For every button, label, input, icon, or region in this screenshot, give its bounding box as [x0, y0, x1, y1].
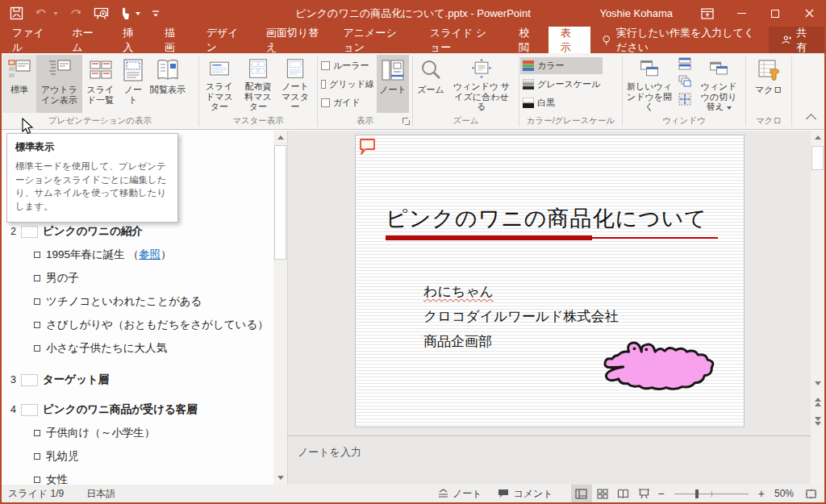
notes-master-button[interactable]: ノートマスター: [277, 55, 313, 113]
new-window-button[interactable]: 新しいウィンドウを開く: [624, 55, 675, 113]
reading-view-button[interactable]: 閲覧表示: [148, 55, 188, 113]
comments-toggle[interactable]: コメント: [490, 485, 561, 502]
next-slide-icon[interactable]: [811, 414, 824, 428]
slide-sorter-button[interactable]: スライド一覧: [82, 55, 119, 113]
scroll-up-icon[interactable]: [811, 131, 824, 144]
outline-bullet[interactable]: 乳幼児: [2, 449, 273, 464]
outline-bullet[interactable]: 1995年春に誕生 （参照）: [2, 248, 273, 262]
black-white-button[interactable]: 白黒: [520, 94, 603, 111]
touch-mode-icon[interactable]: [120, 6, 140, 20]
start-slideshow-icon[interactable]: [94, 6, 109, 20]
minimize-button[interactable]: [724, 0, 758, 27]
tab-review[interactable]: 校閲: [507, 27, 549, 53]
slide-master-button[interactable]: スライドマスター: [200, 55, 239, 113]
move-split-icon[interactable]: [678, 93, 691, 109]
slide-scrollbar[interactable]: [811, 131, 824, 485]
status-normal-view-button[interactable]: [571, 485, 592, 502]
tell-me-box[interactable]: 実行したい作業を入力してください: [590, 27, 769, 53]
scroll-down-icon[interactable]: [811, 377, 824, 390]
notes-pane[interactable]: ノートを入力: [288, 435, 811, 485]
collapse-ribbon-icon[interactable]: [806, 114, 816, 124]
notes-toggle[interactable]: ノート: [430, 485, 490, 502]
color-button[interactable]: カラー: [520, 57, 603, 74]
tab-transitions[interactable]: 画面切り替え: [254, 27, 332, 53]
undo-dropdown-icon[interactable]: [53, 12, 58, 15]
gridlines-checkbox-row[interactable]: グリッド線: [319, 76, 377, 93]
tab-home[interactable]: ホーム: [60, 27, 111, 53]
status-slideshow-button[interactable]: [634, 485, 655, 502]
guides-checkbox-row[interactable]: ガイド: [319, 94, 377, 111]
pink-crocodile-drawing[interactable]: [603, 337, 722, 394]
status-slide-sorter-button[interactable]: [592, 485, 613, 502]
status-reading-view-button[interactable]: [613, 485, 634, 502]
switch-windows-button[interactable]: ウィンドウの切り替え: [695, 55, 743, 113]
cascade-windows-icon[interactable]: [678, 75, 691, 91]
ribbon-display-options-icon[interactable]: [690, 0, 724, 27]
slide-title[interactable]: ピンクのワニの商品化について: [386, 204, 707, 233]
normal-view-button[interactable]: 標準: [2, 55, 36, 113]
macro-button[interactable]: マクロ: [751, 55, 786, 113]
handout-master-button[interactable]: 配布資料マスター: [239, 55, 277, 113]
touch-mode-dropdown-icon[interactable]: [136, 12, 140, 15]
slide-editing-area[interactable]: ピンクのワニの商品化について わにちゃん クロコダイルワールド株式会社 商品企画…: [288, 131, 811, 435]
show-dialog-launcher-icon[interactable]: [403, 118, 411, 126]
tab-animations[interactable]: アニメーション: [332, 27, 418, 53]
outline-bullet[interactable]: 子供向け（～小学生）: [2, 426, 273, 440]
notes-page-button[interactable]: ノート: [119, 55, 148, 113]
slide-chip-icon[interactable]: [21, 374, 38, 386]
outline-bullet[interactable]: 女性: [2, 473, 273, 485]
guides-checkbox[interactable]: [321, 98, 330, 107]
language-indicator[interactable]: 日本語: [86, 487, 115, 501]
outline-slide-4-title[interactable]: 4 ピンクのワニ商品が受ける客層: [2, 402, 273, 417]
zoom-in-button[interactable]: +: [755, 487, 768, 500]
comment-marker-icon[interactable]: [359, 138, 377, 156]
zoom-slider[interactable]: [674, 494, 749, 494]
notes-placeholder[interactable]: ノートを入力: [298, 446, 361, 458]
arrange-all-icon[interactable]: [678, 57, 691, 73]
tab-draw[interactable]: 描画: [152, 27, 194, 53]
gridlines-checkbox[interactable]: [321, 80, 326, 89]
save-icon[interactable]: [10, 6, 23, 20]
fit-to-window-button[interactable]: ウィンドウ サイズに合わせる: [448, 55, 515, 113]
scroll-down-icon[interactable]: [273, 471, 287, 485]
zoom-level[interactable]: 50%: [768, 488, 800, 499]
reference-link[interactable]: 参照: [139, 248, 161, 260]
outline-scrollbar-thumb[interactable]: [274, 145, 286, 260]
customize-qat-icon[interactable]: [152, 9, 160, 19]
redo-icon[interactable]: [69, 7, 82, 19]
outline-view-button[interactable]: アウトライン表示: [36, 55, 82, 113]
ruler-checkbox[interactable]: [321, 61, 330, 70]
previous-slide-icon[interactable]: [811, 395, 824, 409]
switch-windows-dropdown-icon[interactable]: [727, 106, 732, 110]
outline-bullet[interactable]: ツチノコといわれたことがある: [2, 294, 273, 309]
tab-design[interactable]: デザイン: [194, 27, 254, 53]
outline-bullet[interactable]: 男の子: [2, 271, 273, 285]
tab-file[interactable]: ファイル: [0, 27, 60, 53]
tab-slideshow[interactable]: スライド ショー: [418, 27, 507, 53]
zoom-button[interactable]: ズーム: [414, 55, 448, 113]
outline-bullet[interactable]: さびしがりや（おともだちをさがしている）: [2, 318, 273, 332]
undo-icon[interactable]: [35, 7, 58, 19]
zoom-out-button[interactable]: −: [655, 487, 668, 500]
slide-subtitle-block[interactable]: わにちゃん クロコダイルワールド株式会社 商品企画部: [423, 279, 619, 354]
maximize-button[interactable]: [758, 0, 792, 27]
slide-chip-icon[interactable]: [21, 226, 38, 238]
ruler-checkbox-row[interactable]: ルーラー: [319, 57, 377, 74]
outline-slide-3-title[interactable]: 3 ターゲット層: [2, 373, 273, 387]
grayscale-button[interactable]: グレースケール: [520, 76, 603, 93]
tab-view[interactable]: 表示: [549, 27, 590, 53]
outline-slide-2-title[interactable]: 2 ピンクのワニの紹介: [2, 224, 273, 239]
zoom-slider-thumb[interactable]: [695, 489, 699, 498]
slide-chip-icon[interactable]: [21, 404, 38, 416]
close-button[interactable]: [792, 0, 826, 27]
outline-scrollbar[interactable]: [273, 131, 287, 485]
tab-insert[interactable]: 挿入: [111, 27, 152, 53]
slide-indicator[interactable]: スライド 1/9: [8, 487, 64, 501]
slide-canvas[interactable]: ピンクのワニの商品化について わにちゃん クロコダイルワールド株式会社 商品企画…: [355, 135, 745, 427]
notes-toggle-button[interactable]: ノート: [377, 55, 409, 113]
slide-scrollbar-thumb[interactable]: [811, 146, 824, 170]
outline-bullet[interactable]: 小さな子供たちに大人気: [2, 341, 273, 356]
share-button[interactable]: 共有: [769, 27, 826, 53]
scroll-up-icon[interactable]: [273, 131, 287, 144]
fit-slide-to-window-button[interactable]: [800, 485, 821, 502]
